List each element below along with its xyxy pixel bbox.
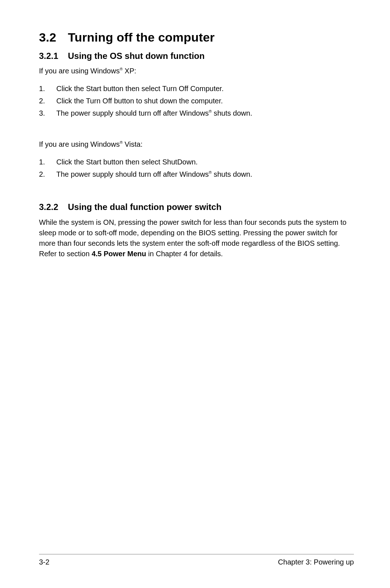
subsection-heading-2: 3.2.2 Using the dual function power swit… [39,202,354,212]
registered-icon: ® [209,109,212,113]
subsection-2-number: 3.2.2 [39,202,68,212]
document-page: 3.2 Turning off the computer 3.2.1 Using… [0,0,390,588]
chapter-label: Chapter 3: Powering up [278,558,354,566]
reference-bold: 4.5 Power Menu [92,250,146,258]
subsection-1-number: 3.2.1 [39,51,68,61]
subsection-2-title: Using the dual function power switch [68,202,221,212]
registered-icon: ® [120,67,122,71]
page-number: 3-2 [39,558,49,566]
subsection-heading-1: 3.2.1 Using the OS shut down function [39,51,354,61]
xp-intro: If you are using Windows® XP: [39,66,354,76]
power-switch-paragraph: While the system is ON, pressing the pow… [39,217,354,259]
registered-icon: ® [120,140,122,145]
xp-steps-list: 1.Click the Start button then select Tur… [39,82,354,119]
section-title: Turning off the computer [68,30,214,44]
section-heading: 3.2 Turning off the computer [39,30,354,44]
list-item: 2.The power supply should turn off after… [39,168,354,180]
registered-icon: ® [209,170,212,175]
vista-steps-list: 1.Click the Start button then select Shu… [39,156,354,180]
section-number: 3.2 [39,30,68,44]
vista-intro: If you are using Windows® Vista: [39,140,354,149]
list-item: 1.Click the Start button then select Tur… [39,82,354,95]
list-item: 2.Click the Turn Off button to shut down… [39,95,354,107]
list-item: 3.The power supply should turn off after… [39,107,354,119]
subsection-1-title: Using the OS shut down function [68,51,205,61]
list-item: 1.Click the Start button then select Shu… [39,156,354,168]
page-footer: 3-2 Chapter 3: Powering up [39,554,354,566]
